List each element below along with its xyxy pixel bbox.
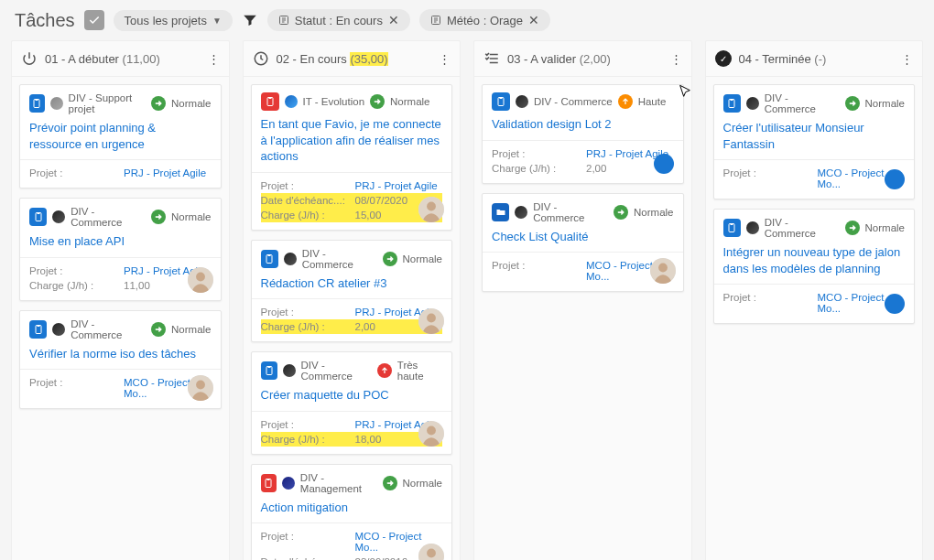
svg-rect-34 [731, 99, 733, 101]
priority-icon [151, 322, 166, 337]
meta-label: Projet : [29, 265, 116, 276]
meta-label: Date d'échéanc...: [261, 556, 348, 560]
filter-chip-weather[interactable]: Météo : Orage ✕ [419, 9, 550, 31]
card-tags: DIV - CommerceNormale [723, 217, 906, 239]
assignee-avatar[interactable] [188, 267, 213, 293]
svg-point-32 [658, 264, 668, 273]
svg-rect-9 [37, 325, 39, 327]
task-card[interactable]: DIV - CommerceTrès hauteCréer maquette d… [251, 351, 453, 455]
task-card[interactable]: DIV - CommerceNormaleMise en place APIPr… [19, 198, 222, 301]
meta-label: Projet : [723, 292, 810, 314]
column-menu-button[interactable]: ⋮ [901, 52, 913, 66]
card-title-link[interactable]: Mise en place API [29, 233, 212, 250]
meta-value[interactable]: PRJ - Projet Agile [355, 180, 438, 191]
card-title-link[interactable]: Action mitigation [261, 500, 443, 516]
task-card[interactable]: DIV - ManagementNormaleAction mitigation… [251, 464, 453, 560]
task-type-icon [492, 92, 510, 111]
priority-icon [151, 210, 166, 224]
priority-icon [370, 94, 385, 109]
task-card[interactable]: DIV - CommerceNormaleCréer l'utilisateur… [713, 84, 916, 199]
task-card[interactable]: IT - EvolutionNormaleEn tant que Favio, … [251, 84, 453, 231]
category-label: DIV - Support projet [69, 92, 146, 114]
status-dot [885, 169, 905, 189]
category-label: DIV - Commerce [765, 217, 840, 239]
task-type-icon [261, 474, 277, 492]
card-meta-row: Projet :MCO - Project Mo... [492, 258, 674, 284]
card-title-link[interactable]: Créer maquette du POC [261, 387, 443, 404]
meta-label: Projet : [492, 148, 579, 159]
task-card[interactable]: DIV - CommerceNormaleIntégrer un nouveau… [713, 209, 916, 324]
svg-point-24 [427, 425, 436, 435]
card-title-link[interactable]: Rédaction CR atelier #3 [261, 275, 443, 292]
column-menu-button[interactable]: ⋮ [208, 52, 220, 66]
meta-value[interactable]: PRJ - Projet Agile [124, 167, 206, 178]
column-validate: 03 - A valider (2,00)⋮DIV - CommerceHaut… [473, 40, 692, 560]
priority-label: Haute [638, 96, 667, 107]
task-card[interactable]: DIV - CommerceNormaleCheck List QualitéP… [482, 193, 684, 293]
meta-label: Projet : [29, 377, 116, 399]
task-type-icon [723, 219, 741, 237]
assignee-avatar[interactable] [650, 258, 676, 284]
card-meta-row: Projet :MCO - Project Mo... [723, 290, 906, 316]
meta-label: Projet : [261, 180, 348, 191]
card-meta-row: Projet :MCO - Project Mo... [29, 375, 212, 401]
card-tags: DIV - Support projetNormale [29, 92, 212, 114]
card-title-link[interactable]: Validation design Lot 2 [492, 116, 674, 133]
meta-value: 2,00 [355, 321, 375, 332]
card-title-link[interactable]: En tant que Favio, je me connecte à l'ap… [261, 116, 443, 165]
column-progress: 02 - En cours (35,00)⋮IT - EvolutionNorm… [243, 40, 462, 560]
task-card[interactable]: DIV - CommerceHauteValidation design Lot… [482, 84, 684, 184]
category-label: DIV - Commerce [534, 96, 613, 107]
category-label: DIV - Commerce [533, 201, 608, 223]
card-meta-row: Charge (J/h) :15,00 [261, 208, 443, 222]
task-type-icon [261, 250, 278, 268]
priority-label: Normale [865, 222, 905, 233]
meta-label: Charge (J/h) : [492, 163, 579, 174]
status-dot [654, 154, 674, 174]
category-dot-icon [50, 97, 63, 110]
card-title-link[interactable]: Créer l'utilisateur Monsieur Fantassin [723, 120, 906, 152]
task-card[interactable]: DIV - CommerceNormaleVérifier la norme i… [19, 310, 222, 410]
card-tags: DIV - CommerceNormale [29, 206, 212, 228]
card-list: DIV - CommerceNormaleCréer l'utilisateur… [706, 77, 923, 331]
card-title-link[interactable]: Vérifier la norme iso des tâches [29, 346, 212, 362]
project-selector[interactable]: Tous les projets ▼ [114, 10, 233, 31]
kanban-board: 01 - A débuter (11,00)⋮DIV - Support pro… [0, 40, 934, 560]
priority-icon [383, 476, 397, 490]
category-dot-icon [746, 97, 759, 110]
card-meta-row: Projet :PRJ - Projet Agile [261, 178, 443, 193]
assignee-avatar[interactable] [188, 375, 213, 401]
close-icon[interactable]: ✕ [528, 13, 539, 27]
card-title-link[interactable]: Check List Qualité [492, 229, 674, 245]
priority-label: Normale [865, 98, 905, 109]
assignee-avatar[interactable] [418, 308, 444, 334]
filter-icon[interactable] [242, 12, 258, 28]
card-title-link[interactable]: Prévoir point planning & ressource en ur… [29, 120, 212, 152]
project-selector-label: Tous les projets [125, 14, 207, 27]
assignee-avatar[interactable] [418, 197, 444, 222]
category-dot-icon [52, 210, 65, 223]
meta-label: Projet : [261, 419, 348, 430]
meta-value: 23/09/2016 [355, 556, 408, 560]
task-card[interactable]: DIV - Support projetNormalePrévoir point… [19, 84, 222, 188]
filter-chip-status[interactable]: Statut : En cours ✕ [267, 9, 410, 31]
card-meta-row: Projet :MCO - Project Mo... [723, 166, 906, 191]
task-type-icon [261, 92, 279, 111]
meta-label: Charge (J/h) : [261, 434, 348, 445]
close-icon[interactable]: ✕ [388, 13, 399, 27]
column-done: ✓04 - Terminée (-)⋮DIV - CommerceNormale… [705, 40, 924, 560]
card-meta-row: Charge (J/h) :2,00 [492, 161, 674, 176]
card-meta-row: Charge (J/h) :2,00 [261, 319, 443, 334]
card-meta-row: Date d'échéanc...:23/09/2016 [261, 555, 443, 560]
column-menu-button[interactable]: ⋮ [439, 52, 451, 66]
card-meta-row: Projet :PRJ - Projet Agile [29, 264, 212, 278]
assignee-avatar[interactable] [418, 421, 444, 447]
meta-value: 2,00 [586, 163, 606, 174]
category-dot-icon [515, 206, 527, 219]
task-card[interactable]: DIV - CommerceNormaleRédaction CR atelie… [251, 240, 453, 343]
priority-label: Normale [171, 98, 211, 109]
card-tags: DIV - CommerceNormale [29, 318, 212, 340]
column-menu-button[interactable]: ⋮ [670, 52, 682, 66]
card-title-link[interactable]: Intégrer un nouveau type de jalon dans l… [723, 244, 906, 276]
svg-rect-26 [267, 479, 270, 480]
